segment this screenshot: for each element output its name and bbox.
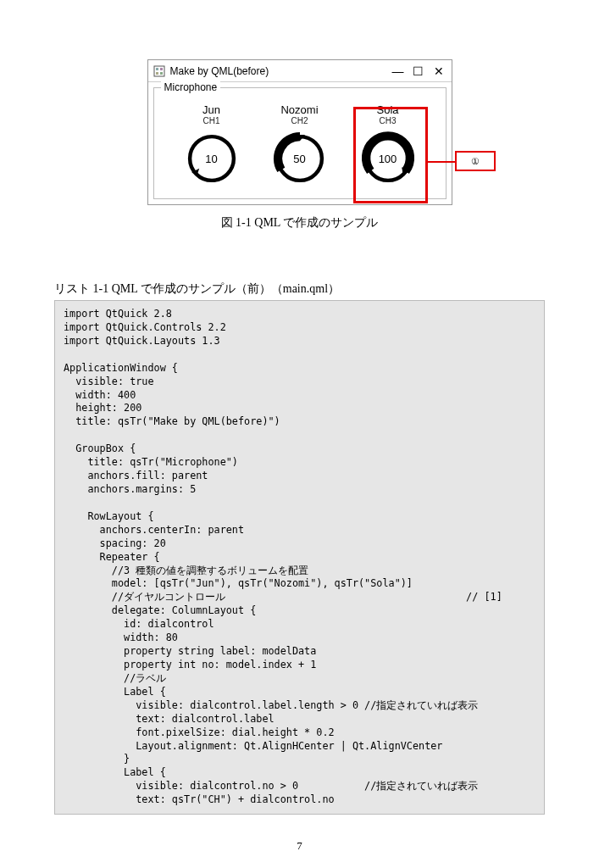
dial-control[interactable]: 10 (180, 127, 243, 190)
highlight-box (353, 107, 428, 203)
groupbox-title: Microphone (161, 81, 221, 93)
app-icon (153, 65, 165, 77)
dial-col-2: Nozomi CH2 50 (263, 103, 337, 190)
dial-channel: CH1 (202, 116, 219, 125)
svg-rect-4 (160, 72, 163, 75)
callout-line (428, 161, 455, 163)
callout-text: ① (471, 156, 480, 167)
dial-name: Jun (202, 103, 220, 116)
svg-rect-3 (156, 72, 158, 75)
dial-value: 10 (180, 127, 243, 190)
dial-value: 50 (269, 127, 331, 190)
figure-caption: 図 1-1 QML で作成のサンプル (221, 215, 379, 231)
dial-col-1: Jun CH1 10 (175, 103, 249, 190)
dial-control[interactable]: 50 (269, 127, 331, 190)
figure-area: Make by QML(before) — ☐ ✕ Microphone Jun… (147, 59, 452, 205)
listing-title: リスト 1-1 QML で作成のサンプル（前）（main.qml） (54, 281, 545, 297)
figure-block: Make by QML(before) — ☐ ✕ Microphone Jun… (54, 59, 545, 231)
svg-rect-0 (154, 66, 164, 76)
minimize-button[interactable]: — (392, 65, 404, 77)
window-buttons: — ☐ ✕ (392, 65, 448, 77)
code-block: import QtQuick 2.8 import QtQuick.Contro… (54, 300, 545, 815)
callout-box: ① (455, 151, 496, 171)
svg-rect-2 (160, 68, 163, 70)
window-titlebar: Make by QML(before) — ☐ ✕ (148, 60, 452, 82)
dial-name: Nozomi (280, 103, 318, 116)
maximize-button[interactable]: ☐ (413, 65, 424, 77)
page-number: 7 (0, 839, 599, 853)
window-title: Make by QML(before) (170, 65, 387, 77)
dial-channel: CH2 (291, 116, 308, 125)
svg-rect-1 (156, 68, 158, 70)
close-button[interactable]: ✕ (433, 65, 445, 77)
